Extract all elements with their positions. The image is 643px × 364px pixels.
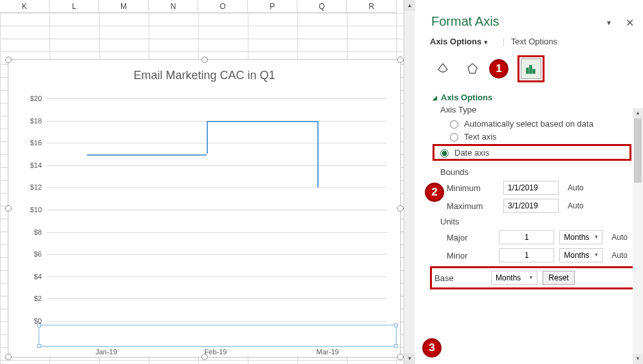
series-line xyxy=(317,121,319,188)
svg-rect-1 xyxy=(527,68,528,73)
max-auto-link[interactable]: Auto xyxy=(564,201,588,210)
axis-type-label: Axis Type xyxy=(440,105,631,114)
col-R[interactable]: R xyxy=(347,0,396,13)
min-label: Minimum xyxy=(447,183,498,193)
scroll-down-button[interactable]: ▼ xyxy=(404,353,415,364)
resize-handle[interactable] xyxy=(201,57,208,63)
pane-title: Format Axis xyxy=(418,0,643,35)
format-axis-pane: Format Axis ▼ ✕ Axis Options▼ | Text Opt… xyxy=(418,0,643,364)
scroll-up-button[interactable]: ▲ xyxy=(404,0,415,11)
col-L[interactable]: L xyxy=(50,0,99,13)
axis-handle[interactable] xyxy=(37,344,41,348)
axis-handle[interactable] xyxy=(394,323,398,327)
min-input[interactable] xyxy=(503,181,559,195)
pane-scroll-thumb[interactable] xyxy=(634,118,642,183)
radio-text-axis[interactable]: Text axis xyxy=(447,131,631,141)
effects-icon[interactable] xyxy=(462,59,483,79)
worksheet-scrollbar[interactable]: ▲ ▼ xyxy=(404,0,415,364)
x-tick: Mar-19 xyxy=(308,348,347,356)
axis-handle[interactable] xyxy=(394,344,398,348)
series-line xyxy=(207,121,317,122)
pane-scrollbar[interactable]: ▲ ▼ xyxy=(633,108,643,364)
close-button[interactable]: ✕ xyxy=(626,17,634,29)
col-K[interactable]: K xyxy=(0,0,50,13)
major-label: Major xyxy=(447,233,494,242)
minor-auto-link[interactable]: Auto xyxy=(608,251,631,260)
reset-button[interactable]: Reset xyxy=(543,271,575,285)
axis-handle[interactable] xyxy=(37,323,41,327)
resize-handle[interactable] xyxy=(5,354,12,360)
resize-handle[interactable] xyxy=(397,354,404,360)
resize-handle[interactable] xyxy=(5,57,12,63)
col-O[interactable]: O xyxy=(198,0,248,13)
bounds-label: Bounds xyxy=(440,167,631,177)
min-auto-link[interactable]: Auto xyxy=(564,183,588,192)
pane-scroll-up[interactable]: ▲ xyxy=(633,108,643,118)
chart-title[interactable]: Email Marketing CAC in Q1 xyxy=(8,60,400,86)
max-label: Maximum xyxy=(447,201,498,211)
minor-label: Minor xyxy=(447,251,494,260)
embedded-chart[interactable]: Email Marketing CAC in Q1 $20 $18 $16 $1… xyxy=(8,59,401,358)
radio-auto[interactable]: Automatically select based on data xyxy=(447,118,631,129)
annotation-badge-2: 2 xyxy=(425,183,444,202)
tab-axis-options[interactable]: Axis Options▼ xyxy=(430,37,489,46)
tab-text-options[interactable]: Text Options xyxy=(511,37,557,46)
pane-scroll-down[interactable]: ▼ xyxy=(633,354,643,364)
col-P[interactable]: P xyxy=(248,0,297,13)
x-axis-selected[interactable] xyxy=(39,325,396,347)
svg-rect-2 xyxy=(530,66,532,73)
base-label: Base xyxy=(434,273,486,283)
base-unit-dropdown[interactable]: Months xyxy=(491,271,537,285)
annotation-badge-1: 1 xyxy=(489,59,508,78)
annotation-badge-3: 3 xyxy=(422,338,442,358)
pane-menu-caret[interactable]: ▼ xyxy=(606,19,612,26)
svg-rect-3 xyxy=(533,69,535,73)
col-Q[interactable]: Q xyxy=(297,0,347,13)
major-unit-dropdown[interactable]: Months xyxy=(559,230,602,244)
plot-area[interactable]: $20 $18 $16 $14 $12 $10 $8 $6 $4 $2 $0 J… xyxy=(23,98,387,321)
major-value-input[interactable] xyxy=(499,230,554,244)
x-tick: Feb-19 xyxy=(196,348,235,356)
col-M[interactable]: M xyxy=(99,0,149,13)
max-input[interactable] xyxy=(503,199,559,213)
major-auto-link[interactable]: Auto xyxy=(608,233,631,242)
svg-marker-0 xyxy=(468,64,477,73)
resize-handle[interactable] xyxy=(397,205,404,212)
resize-handle[interactable] xyxy=(5,205,12,212)
axis-options-icon[interactable] xyxy=(521,59,541,79)
column-headers: K L M N O P Q R xyxy=(0,0,412,13)
resize-handle[interactable] xyxy=(397,57,404,63)
fill-line-icon[interactable] xyxy=(433,59,453,79)
series-line xyxy=(207,121,208,154)
col-N[interactable]: N xyxy=(149,0,198,13)
section-axis-options[interactable]: Axis Options xyxy=(433,93,631,102)
x-tick: Jan-19 xyxy=(87,348,126,356)
units-label: Units xyxy=(440,217,631,226)
minor-unit-dropdown[interactable]: Months xyxy=(559,248,602,262)
minor-value-input[interactable] xyxy=(499,248,554,262)
radio-date-axis[interactable]: Date axis xyxy=(437,147,627,158)
series-line xyxy=(87,154,207,156)
